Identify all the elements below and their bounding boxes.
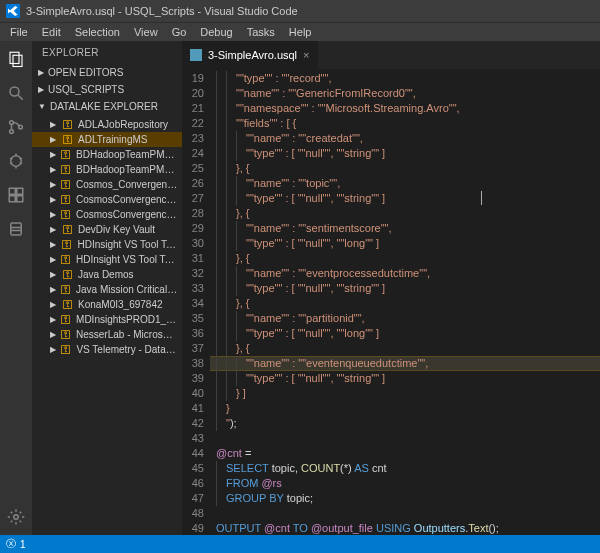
key-icon: ⚿ (61, 314, 71, 325)
tree-item-label: CosmosConvergenceProdStore (76, 209, 178, 220)
key-icon: ⚿ (61, 164, 71, 175)
svg-rect-0 (10, 52, 19, 63)
svg-rect-17 (17, 196, 23, 202)
chevron-right-icon: ▶ (50, 195, 56, 204)
key-icon: ⚿ (61, 149, 71, 160)
explorer-activity-icon[interactable] (6, 49, 26, 69)
tree-item-label: MDInsightsPROD1_10759063 (76, 314, 178, 325)
git-activity-icon[interactable] (6, 117, 26, 137)
tree-item[interactable]: ▶⚿CosmosConvergence_TelemetryInsights (32, 192, 182, 207)
tree-item-label: ADLTrainingMS (78, 134, 147, 145)
activity-bar (0, 41, 32, 535)
chevron-right-icon: ▶ (50, 255, 56, 264)
svg-point-7 (11, 156, 22, 167)
svg-point-4 (10, 121, 14, 125)
menu-edit[interactable]: Edit (36, 24, 67, 40)
chevron-right-icon: ▶ (50, 210, 56, 219)
chevron-right-icon: ▶ (50, 240, 57, 249)
tree-item-label: KonaM0I3_697842 (78, 299, 163, 310)
key-icon: ⚿ (63, 269, 73, 280)
key-icon: ⚿ (61, 209, 71, 220)
key-icon: ⚿ (61, 194, 71, 205)
chevron-right-icon: ▶ (38, 68, 44, 77)
key-icon: ⚿ (63, 134, 73, 145)
key-icon: ⚿ (63, 119, 73, 130)
section-datalake-explorer[interactable]: ▼DATALAKE EXPLORER (32, 98, 182, 115)
tree-item[interactable]: ▶⚿ADLTrainingMS (32, 132, 182, 147)
key-icon: ⚿ (62, 239, 72, 250)
editor-area: 3-SimpleAvro.usql × 19202122232425262728… (182, 41, 600, 535)
chevron-right-icon: ▶ (50, 150, 56, 159)
tree-item-label: NesserLab - Microsoft Azure Internal Con… (76, 329, 178, 340)
chevron-right-icon: ▶ (50, 345, 56, 354)
code-editor[interactable]: 1920212223242526272829303132333435363738… (182, 69, 600, 535)
tree-item-label: ADLAJobRepository (78, 119, 168, 130)
svg-rect-14 (9, 188, 15, 194)
svg-point-2 (10, 87, 19, 96)
tab-simpleavro[interactable]: 3-SimpleAvro.usql × (182, 41, 319, 69)
svg-line-3 (18, 95, 23, 100)
tree-item[interactable]: ▶⚿DevDiv Key Vault (32, 222, 182, 237)
tree-item[interactable]: ▶⚿MDInsightsPROD1_10759063 (32, 312, 182, 327)
tree-item-label: Cosmos_Convergence_CEG_DPG (76, 179, 178, 190)
tree-item-label: DevDiv Key Vault (78, 224, 155, 235)
extensions-activity-icon[interactable] (6, 185, 26, 205)
key-icon: ⚿ (61, 179, 71, 190)
tree-item-label: BDHadoopTeamPMTestDemo2 (76, 164, 178, 175)
tree-item[interactable]: ▶⚿Cosmos_Convergence_CEG_DPG (32, 177, 182, 192)
chevron-right-icon: ▶ (50, 285, 56, 294)
key-icon: ⚿ (63, 224, 73, 235)
svg-rect-1 (13, 55, 22, 66)
chevron-right-icon: ▶ (50, 120, 58, 129)
key-icon: ⚿ (61, 344, 71, 355)
menu-tasks[interactable]: Tasks (241, 24, 281, 40)
tree-item[interactable]: ▶⚿HDInsight VS Tool Team (32, 237, 182, 252)
search-activity-icon[interactable] (6, 83, 26, 103)
menu-selection[interactable]: Selection (69, 24, 126, 40)
tree-item-label: BDHadoopTeamPMTestDemo (76, 149, 178, 160)
datalake-activity-icon[interactable] (6, 219, 26, 239)
key-icon: ⚿ (61, 284, 71, 295)
menu-file[interactable]: File (4, 24, 34, 40)
tree-item[interactable]: ▶⚿KonaM0I3_697842 (32, 297, 182, 312)
editor-tabs: 3-SimpleAvro.usql × (182, 41, 600, 69)
tree-item[interactable]: ▶⚿VS Telemetry - Data Catalog (32, 342, 182, 357)
svg-rect-18 (11, 223, 22, 235)
settings-activity-icon[interactable] (6, 507, 26, 527)
chevron-right-icon: ▶ (50, 330, 56, 339)
tree-item[interactable]: ▶⚿Java Mission Critical - Do NOT Clean (32, 282, 182, 297)
tab-label: 3-SimpleAvro.usql (208, 49, 297, 61)
menu-bar: FileEditSelectionViewGoDebugTasksHelp (0, 22, 600, 41)
tree-item[interactable]: ▶⚿BDHadoopTeamPMTestDemo2 (32, 162, 182, 177)
tree-item[interactable]: ▶⚿Java Demos (32, 267, 182, 282)
tree-item-label: VS Telemetry - Data Catalog (76, 344, 178, 355)
tree-item[interactable]: ▶⚿BDHadoopTeamPMTestDemo (32, 147, 182, 162)
line-gutter: 1920212223242526272829303132333435363738… (182, 69, 210, 535)
error-count[interactable]: 1 (20, 539, 26, 550)
tree-item[interactable]: ▶⚿CosmosConvergenceProdStore (32, 207, 182, 222)
menu-view[interactable]: View (128, 24, 164, 40)
menu-help[interactable]: Help (283, 24, 318, 40)
svg-rect-15 (17, 188, 23, 194)
chevron-right-icon: ▶ (50, 165, 56, 174)
error-status-icon[interactable]: ⓧ (6, 537, 16, 551)
section-open-editors[interactable]: ▶OPEN EDITORS (32, 64, 182, 81)
vscode-icon (6, 4, 20, 18)
key-icon: ⚿ (63, 299, 73, 310)
chevron-right-icon: ▶ (50, 270, 58, 279)
debug-activity-icon[interactable] (6, 151, 26, 171)
svg-point-5 (10, 130, 14, 134)
window-title: 3-SimpleAvro.usql - USQL_Scripts - Visua… (26, 5, 298, 17)
tree-item[interactable]: ▶⚿ADLAJobRepository (32, 117, 182, 132)
chevron-right-icon: ▶ (50, 135, 58, 144)
menu-debug[interactable]: Debug (194, 24, 238, 40)
tree-item[interactable]: ▶⚿HDInsight VS Tool Team Storm Test (32, 252, 182, 267)
tree-item-label: Java Mission Critical - Do NOT Clean (76, 284, 178, 295)
close-icon[interactable]: × (303, 49, 309, 61)
tree-item[interactable]: ▶⚿NesserLab - Microsoft Azure Internal C… (32, 327, 182, 342)
tree-item-label: HDInsight VS Tool Team Storm Test (76, 254, 178, 265)
menu-go[interactable]: Go (166, 24, 193, 40)
status-bar: ⓧ 1 (0, 535, 600, 553)
datalake-tree: ▶⚿ADLAJobRepository▶⚿ADLTrainingMS▶⚿BDHa… (32, 115, 182, 359)
section-usql-scripts[interactable]: ▶USQL_SCRIPTS (32, 81, 182, 98)
